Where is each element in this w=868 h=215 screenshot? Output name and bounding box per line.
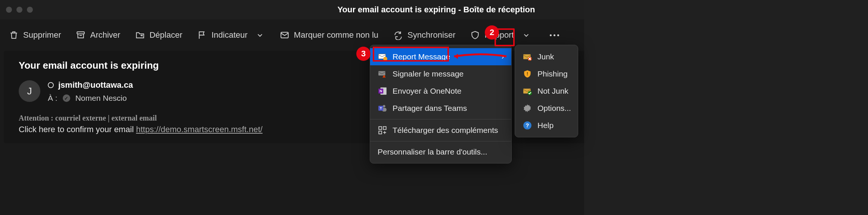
flag-button[interactable]: Indicateur [197,30,248,40]
to-name: Nomen Nescio [75,94,127,103]
svg-text:T: T [380,106,382,110]
delete-button[interactable]: Supprimer [9,30,61,40]
svg-text:N: N [379,89,382,93]
avatar: J [19,80,40,102]
gear-icon [523,103,532,113]
not-junk-icon [523,86,532,96]
menu-item-label: Signaler le message [393,69,464,78]
menu-item-label: Options... [537,104,571,113]
svg-rect-13 [383,127,386,130]
addins-icon [378,125,387,135]
menu-item-onenote[interactable]: N Envoyer à OneNote [370,82,511,100]
svg-text:!: ! [527,71,528,77]
phishing-link[interactable]: https://demo.smartscreen.msft.net/ [136,125,263,134]
mail-alert-icon [378,69,387,79]
from-address: jsmith@uottawa.ca [58,80,133,90]
chevron-down-icon [521,30,531,40]
menu-item-label: Personnaliser la barre d'outils... [378,147,487,156]
flag-label: Indicateur [211,30,248,40]
svg-rect-14 [379,131,382,134]
menu-item-label: Télécharger des compléments [393,126,498,135]
annotation-badge-3: 3 [356,47,371,61]
menu-separator [370,141,511,141]
archive-button[interactable]: Archiver [76,30,120,40]
phishing-icon: ! [523,69,532,79]
svg-text:?: ? [526,122,529,128]
menu-item-label: Junk [537,52,554,61]
mark-unread-button[interactable]: Marquer comme non lu [280,30,378,40]
archive-icon [76,30,86,40]
annotation-arrow [450,52,506,57]
junk-icon [523,52,532,62]
report-dropdown[interactable] [521,30,531,40]
mail-icon [280,30,289,40]
more-actions-menu: Report Message › Signaler le message N E… [370,45,512,163]
menu-item-label: Help [537,121,554,130]
delete-label: Supprimer [23,30,61,40]
onenote-icon: N [378,86,387,96]
mark-unread-label: Marquer comme non lu [294,30,378,40]
menu-item-phishing[interactable]: ! Phishing [515,65,578,82]
svg-rect-0 [77,32,85,34]
chevron-down-icon [255,30,265,40]
menu-item-addins[interactable]: Télécharger des compléments [370,122,511,139]
menu-item-label: Partager dans Teams [393,104,467,113]
annotation-badge-2: 2 [485,25,499,40]
folder-move-icon [135,30,145,40]
svg-rect-4 [378,71,385,75]
ellipsis-icon [550,34,559,36]
menu-item-not-junk[interactable]: Not Junk [515,82,578,100]
menu-item-customize[interactable]: Personnaliser la barre d'outils... [370,144,511,160]
flag-icon [197,30,207,40]
flag-dropdown[interactable] [255,30,265,40]
verified-icon: ✓ [63,94,70,102]
menu-item-label: Phishing [537,69,568,78]
menu-item-options[interactable]: Options... [515,100,578,117]
shield-icon [470,30,480,40]
sync-label: Synchroniser [407,30,455,40]
report-message-submenu: Junk ! Phishing Not Junk Options... ? He… [515,45,578,137]
sender-info: jsmith@uottawa.ca À : ✓ Nomen Nescio [48,80,133,103]
more-button[interactable] [546,31,563,39]
menu-separator [370,119,511,119]
teams-icon: T [378,103,387,113]
presence-indicator-icon [48,82,54,88]
move-label: Déplacer [149,30,182,40]
to-label: À : [48,94,58,103]
body-prefix: Click here to confirm your email [19,125,136,134]
menu-item-teams[interactable]: T Partager dans Teams [370,100,511,117]
archive-label: Archiver [90,30,120,40]
background-panel [584,0,868,215]
sync-button[interactable]: Synchroniser [393,30,455,40]
menu-item-label: Not Junk [537,87,568,96]
help-icon: ? [523,121,532,130]
move-button[interactable]: Déplacer [135,30,182,40]
menu-item-signaler[interactable]: Signaler le message [370,65,511,82]
trash-icon [9,30,19,40]
menu-item-junk[interactable]: Junk [515,48,578,65]
svg-rect-12 [379,127,382,130]
menu-item-help[interactable]: ? Help [515,117,578,134]
annotation-box-report [373,47,449,62]
sync-icon [393,30,403,40]
menu-item-label: Envoyer à OneNote [393,87,461,96]
